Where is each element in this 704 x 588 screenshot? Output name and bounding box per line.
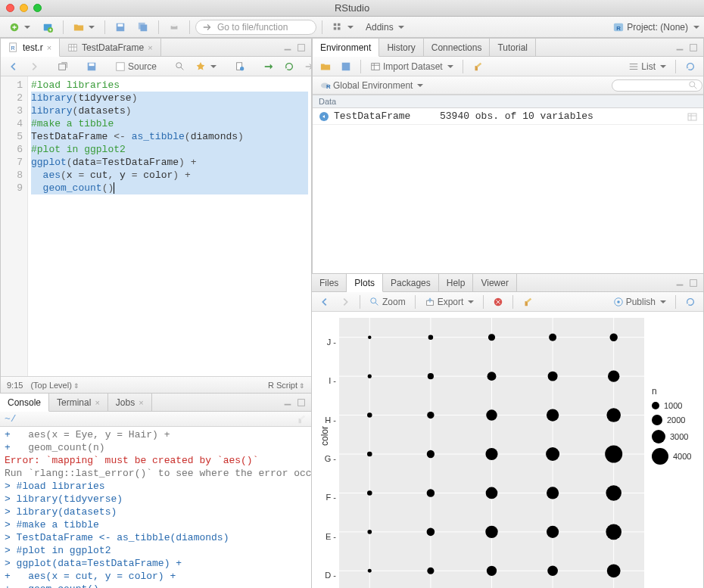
svg-rect-34 [342,62,350,70]
env-tab-connections[interactable]: Connections [424,39,491,56]
plot-prev-button[interactable] [316,296,333,308]
project-menu[interactable]: R Project: (None) [613,22,699,33]
console-tabbar: ConsoleTerminal×Jobs× [0,394,311,412]
env-tab-tutorial[interactable]: Tutorial [490,39,536,56]
close-icon[interactable]: × [139,398,143,407]
environment-pane: EnvironmentHistoryConnectionsTutorial Im… [312,38,704,274]
svg-rect-41 [688,114,696,120]
minimize-pane-icon[interactable] [674,278,685,288]
console-tab-jobs[interactable]: Jobs× [108,394,152,411]
scope-selector[interactable]: (Top Level) [30,381,79,390]
code-tools-button[interactable] [192,61,220,73]
go-to-section-button[interactable] [301,61,312,73]
refresh-button[interactable] [682,61,699,73]
close-icon[interactable]: × [47,43,51,52]
code-editor[interactable]: 123456789 #load librarieslibrary(tidyver… [1,76,311,376]
open-file-button[interactable] [69,20,99,35]
svg-rect-19 [298,44,305,51]
export-button[interactable]: Export [422,296,478,308]
plots-tab-packages[interactable]: Packages [383,274,439,291]
save-all-button[interactable] [133,20,153,35]
remove-plot-button[interactable] [490,296,506,308]
maximize-pane-icon[interactable] [296,397,307,408]
svg-rect-9 [334,23,337,26]
svg-point-94 [488,334,495,341]
addins-menu[interactable]: Addins [361,20,409,35]
svg-point-86 [606,408,621,422]
console-path-bar: ~/ [0,412,311,427]
svg-point-90 [548,372,558,381]
clear-console-icon[interactable] [296,414,307,425]
maximize-pane-icon[interactable] [296,42,307,53]
close-icon[interactable]: × [95,398,99,407]
find-button[interactable] [172,61,188,73]
svg-rect-4 [118,23,123,26]
table-icon [67,42,78,53]
svg-rect-32 [677,48,684,50]
clear-plots-button[interactable] [519,296,536,308]
goto-placeholder: Go to file/function [217,22,288,33]
language-selector[interactable]: R Script [268,381,305,390]
main-toolbar: Go to file/function Addins R Project: (N… [0,17,704,38]
window-titlebar: RStudio [0,0,704,17]
refresh-plot-button[interactable] [682,296,699,308]
plot-next-button[interactable] [337,296,354,308]
tools-grid-button[interactable] [328,20,358,35]
plots-tab-help[interactable]: Help [439,274,474,291]
minimize-window-icon[interactable] [20,4,28,12]
new-file-button[interactable] [5,20,35,35]
compile-report-button[interactable] [232,61,248,73]
minimize-pane-icon[interactable] [282,397,293,408]
expand-icon[interactable] [319,111,329,122]
minimize-pane-icon[interactable] [282,42,293,53]
view-mode-button[interactable]: List [625,61,669,73]
back-button[interactable] [5,61,22,73]
plots-tab-plots[interactable]: Plots [347,274,383,292]
save-file-button[interactable] [83,61,100,73]
publish-button[interactable]: Publish [610,296,669,308]
plots-tab-viewer[interactable]: Viewer [473,274,516,291]
clear-workspace-button[interactable] [469,61,486,73]
svg-point-93 [428,334,433,339]
env-scope-bar: RGlobal Environment [313,76,703,95]
close-window-icon[interactable] [6,4,14,12]
env-tab-history[interactable]: History [379,39,423,56]
minimize-pane-icon[interactable] [674,42,685,53]
forward-button[interactable] [26,61,42,73]
svg-point-77 [367,452,372,457]
close-icon[interactable]: × [148,43,152,52]
console-tab-console[interactable]: Console [0,394,49,412]
goto-file-function[interactable]: Go to file/function [195,20,316,35]
view-table-icon[interactable] [687,111,697,122]
console-tab-terminal[interactable]: Terminal× [49,394,108,411]
plots-tab-files[interactable]: Files [312,274,347,291]
source-tabbar: R test.r × TestDataFrame × [1,39,311,57]
search-icon [688,80,699,91]
plots-tabbar: FilesPlotsPackagesHelpViewer [312,274,703,292]
rerun-button[interactable] [281,61,297,73]
svg-rect-11 [334,27,337,30]
svg-point-68 [427,528,435,537]
env-row[interactable]: TestDataFrame53940 obs. of 10 variables [313,108,703,125]
maximize-pane-icon[interactable] [688,278,699,288]
print-button[interactable] [164,20,184,35]
save-workspace-button[interactable] [338,61,354,73]
zoom-button[interactable]: Zoom [366,296,409,308]
load-workspace-button[interactable] [317,61,334,73]
new-project-button[interactable] [38,20,58,35]
import-dataset-button[interactable]: Import Dataset [367,61,456,73]
maximize-pane-icon[interactable] [688,42,699,53]
zoom-window-icon[interactable] [33,4,42,12]
save-button[interactable] [111,20,130,35]
scope-selector[interactable]: RGlobal Environment [317,79,426,92]
svg-text:R: R [11,45,15,50]
svg-rect-42 [677,284,684,285]
source-tab-testr[interactable]: R test.r × [1,39,60,57]
show-in-new-window-button[interactable] [55,61,71,73]
source-tab-dataframe[interactable]: TestDataFrame × [60,39,160,56]
console-output[interactable]: + aes(x = Eye, y = Hair) ++ geom_count(n… [0,427,311,588]
env-tab-environment[interactable]: Environment [313,39,379,57]
plot-canvas: D -E -F -G -H -I -J - color FairGoodVery… [312,312,703,588]
run-button[interactable] [260,61,277,73]
source-on-save-checkbox[interactable]: Source [112,61,160,73]
